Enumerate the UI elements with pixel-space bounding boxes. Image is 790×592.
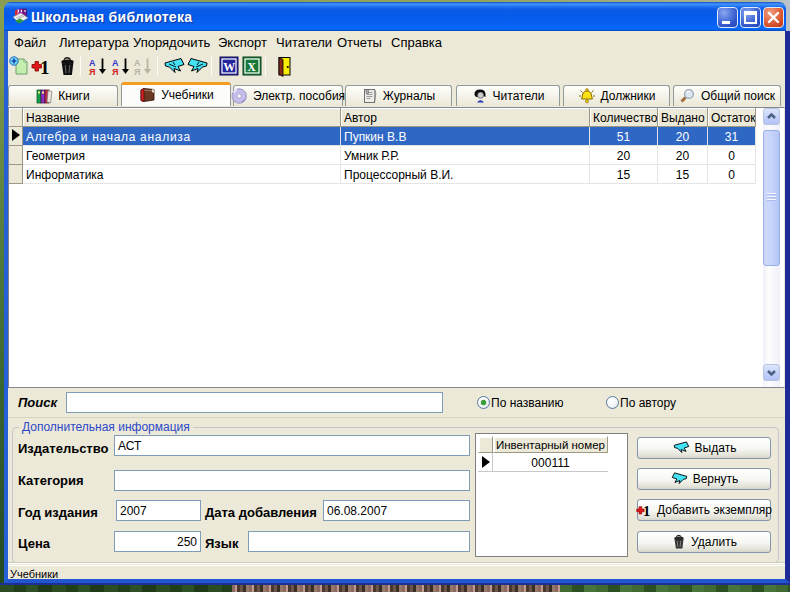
svg-text:Я: Я — [134, 67, 140, 77]
svg-text:X: X — [247, 60, 256, 74]
svg-text:Я: Я — [89, 67, 95, 77]
svg-text:А: А — [112, 58, 119, 68]
svg-text:1: 1 — [40, 57, 50, 77]
svg-text:W: W — [223, 60, 235, 74]
svg-text:Я: Я — [112, 67, 118, 77]
svg-text:1: 1 — [643, 503, 650, 519]
svg-text:А: А — [89, 58, 96, 68]
svg-text:А: А — [134, 58, 141, 68]
